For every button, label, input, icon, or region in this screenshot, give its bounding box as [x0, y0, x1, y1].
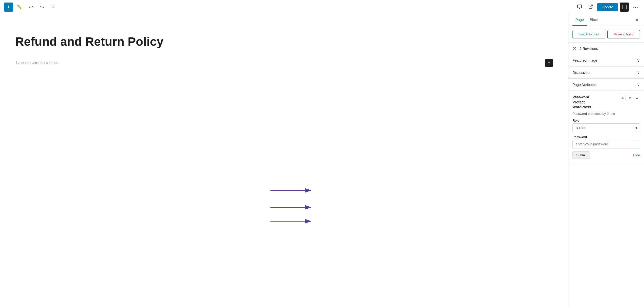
redo-button[interactable]: ↪ [37, 3, 47, 12]
hide-button[interactable]: Hide [633, 153, 640, 157]
svg-rect-4 [622, 5, 626, 9]
update-button[interactable]: Update [597, 3, 618, 11]
placeholder-text: Type / to choose a block [15, 60, 59, 65]
pencil-icon: ✏️ [17, 5, 22, 9]
chevron-down-icon: ∨ [637, 58, 640, 63]
menu-icon: ≡ [52, 4, 55, 10]
add-block-button[interactable]: + [4, 3, 13, 12]
close-sidebar-button[interactable]: ✕ [634, 16, 640, 24]
ppw-move-up-button[interactable]: ▲ [634, 95, 640, 101]
block-placeholder[interactable]: Type / to choose a block + [15, 57, 553, 69]
revisions-row[interactable]: 2 Revisions [568, 43, 644, 54]
undo-button[interactable]: ↩ [26, 3, 35, 12]
page-title: Refund and Return Policy [15, 34, 553, 49]
more-options-button[interactable]: ⋯ [631, 3, 640, 12]
sidebar-actions: Switch to draft Move to trash [568, 26, 644, 43]
monitor-icon [577, 4, 582, 10]
password-group: Password [572, 135, 640, 148]
ppw-title: Password Protect WordPress [572, 95, 591, 110]
sidebar: Page Block ✕ Switch to draft Move to tra… [568, 14, 644, 307]
chevron-down-icon-discussion: ∨ [637, 70, 640, 75]
toolbar-left: + ✏️ ↩ ↪ ≡ [4, 3, 575, 12]
svg-line-3 [590, 5, 592, 7]
role-select[interactable]: author editor subscriber administrator [572, 123, 640, 132]
password-input[interactable] [572, 140, 640, 148]
pencil-button[interactable]: ✏️ [15, 3, 24, 12]
more-icon: ⋯ [633, 4, 638, 10]
featured-image-label: Featured image [572, 58, 597, 62]
page-attributes-section: Page Attributes ∨ [568, 79, 644, 91]
role-group: Role author editor subscriber administra… [572, 119, 640, 132]
move-to-trash-button[interactable]: Move to trash [607, 30, 640, 38]
redo-icon: ↪ [40, 4, 44, 10]
add-block-inline-button[interactable]: + [545, 59, 553, 67]
toolbar: + ✏️ ↩ ↪ ≡ [0, 0, 644, 14]
form-actions: Submit Hide [572, 151, 640, 159]
undo-icon: ↩ [29, 4, 33, 10]
role-label: Role [572, 119, 640, 122]
sidebar-tabs: Page Block ✕ [568, 14, 644, 26]
main-layout: Refund and Return Policy Type / to choos… [0, 14, 644, 307]
ppw-controls: ∧ ∨ ▲ [620, 95, 640, 101]
revisions-label: 2 Revisions [580, 47, 598, 51]
page-attributes-header[interactable]: Page Attributes ∨ [568, 79, 644, 91]
featured-image-header[interactable]: Featured image ∨ [568, 54, 644, 66]
discussion-section: Discussion ∨ [568, 67, 644, 79]
discussion-label: Discussion [572, 71, 590, 75]
sidebar-content: Switch to draft Move to trash 2 Revision… [568, 26, 644, 307]
featured-image-section: Featured image ∨ [568, 54, 644, 67]
ppw-desc: Password protected by 0 role [572, 112, 640, 116]
clock-icon [572, 46, 578, 51]
switch-to-draft-button[interactable]: Switch to draft [572, 30, 605, 38]
editor-area[interactable]: Refund and Return Policy Type / to choos… [0, 14, 568, 307]
tab-block[interactable]: Block [587, 14, 602, 26]
chevron-down-icon-attributes: ∨ [637, 82, 640, 87]
menu-button[interactable]: ≡ [49, 3, 58, 12]
role-select-wrapper: author editor subscriber administrator [572, 123, 640, 132]
ppw-collapse-button[interactable]: ∨ [627, 95, 633, 101]
ppw-expand-button[interactable]: ∧ [620, 95, 626, 101]
ppw-section: Password Protect WordPress ∧ ∨ ▲ Passwor… [568, 91, 644, 163]
external-link-button[interactable] [586, 3, 595, 12]
toolbar-right: Update ⋯ [575, 3, 640, 12]
page-attributes-label: Page Attributes [572, 83, 596, 87]
svg-rect-0 [578, 5, 582, 8]
submit-button[interactable]: Submit [572, 151, 590, 159]
tab-page[interactable]: Page [572, 14, 587, 26]
external-link-icon [588, 4, 593, 10]
monitor-button[interactable] [575, 3, 584, 12]
sidebar-toggle-button[interactable] [620, 3, 629, 12]
password-label: Password [572, 135, 640, 139]
ppw-header: Password Protect WordPress ∧ ∨ ▲ [572, 95, 640, 110]
discussion-header[interactable]: Discussion ∨ [568, 67, 644, 78]
